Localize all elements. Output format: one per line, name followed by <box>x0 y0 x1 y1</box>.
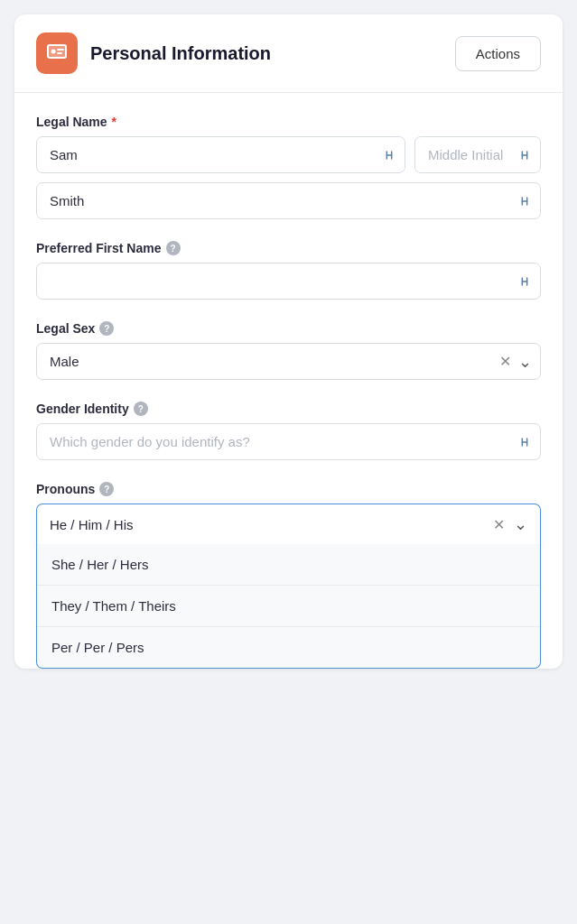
middle-initial-wrap <box>414 136 541 173</box>
preferred-name-label: Preferred First Name ? <box>36 241 541 255</box>
page-container: Personal Information Actions Legal Name … <box>0 0 577 924</box>
preferred-name-input[interactable] <box>36 263 541 300</box>
card-body: Legal Name * <box>14 93 563 669</box>
pronouns-chevron-icon[interactable]: ⌄ <box>514 514 527 534</box>
legal-sex-select-icons: ✕ ⌄ <box>499 352 532 372</box>
pronouns-option-per[interactable]: Per / Per / Pers <box>37 627 540 668</box>
pronouns-clear-icon[interactable]: ✕ <box>493 516 505 533</box>
legal-name-label: Legal Name * <box>36 115 541 129</box>
preferred-name-wrap <box>36 263 541 300</box>
legal-sex-clear-icon[interactable]: ✕ <box>499 353 511 370</box>
pronouns-option-she[interactable]: She / Her / Hers <box>37 544 540 586</box>
gender-identity-wrap <box>36 423 541 460</box>
pronouns-option-they[interactable]: They / Them / Theirs <box>37 586 540 627</box>
legal-sex-select[interactable]: Male <box>36 343 541 380</box>
required-indicator: * <box>112 115 116 129</box>
pronouns-selected-value: He / Him / His <box>50 517 493 532</box>
pronouns-group: Pronouns ? He / Him / His ✕ ⌄ She / Her … <box>36 482 541 669</box>
legal-sex-help-icon[interactable]: ? <box>99 321 114 336</box>
middle-initial-input[interactable] <box>414 136 541 173</box>
legal-sex-group: Legal Sex ? Male ✕ ⌄ <box>36 321 541 380</box>
pronouns-select-wrap: He / Him / His ✕ ⌄ She / Her / Hers They… <box>36 504 541 669</box>
pronouns-label: Pronouns ? <box>36 482 541 496</box>
actions-button[interactable]: Actions <box>455 36 541 71</box>
pronouns-selected-actions: ✕ ⌄ <box>493 514 527 534</box>
preferred-name-help-icon[interactable]: ? <box>166 241 181 255</box>
name-first-row <box>36 136 541 173</box>
legal-sex-label: Legal Sex ? <box>36 321 541 336</box>
pronouns-selected-display[interactable]: He / Him / His ✕ ⌄ <box>36 504 541 544</box>
gender-identity-input[interactable] <box>36 423 541 460</box>
preferred-name-group: Preferred First Name ? <box>36 241 541 300</box>
gender-identity-group: Gender Identity ? <box>36 402 541 460</box>
svg-point-2 <box>51 50 56 54</box>
personal-info-icon-wrap <box>36 32 78 74</box>
legal-sex-select-wrap: Male ✕ ⌄ <box>36 343 541 380</box>
id-card-icon <box>46 41 68 66</box>
personal-info-card: Personal Information Actions Legal Name … <box>14 14 563 669</box>
first-name-wrap <box>36 136 405 173</box>
gender-identity-label: Gender Identity ? <box>36 402 541 416</box>
legal-name-group: Legal Name * <box>36 115 541 219</box>
page-title: Personal Information <box>90 43 271 64</box>
svg-rect-0 <box>48 45 66 58</box>
last-name-input[interactable] <box>36 182 541 219</box>
first-name-input[interactable] <box>36 136 405 173</box>
header-left: Personal Information <box>36 32 271 74</box>
last-name-wrap <box>36 182 541 219</box>
legal-sex-value: Male <box>50 354 79 369</box>
gender-identity-help-icon[interactable]: ? <box>134 402 148 416</box>
pronouns-help-icon[interactable]: ? <box>99 482 114 496</box>
pronouns-dropdown: She / Her / Hers They / Them / Theirs Pe… <box>36 544 541 669</box>
card-header: Personal Information Actions <box>14 14 563 93</box>
legal-sex-chevron-icon[interactable]: ⌄ <box>518 352 532 372</box>
